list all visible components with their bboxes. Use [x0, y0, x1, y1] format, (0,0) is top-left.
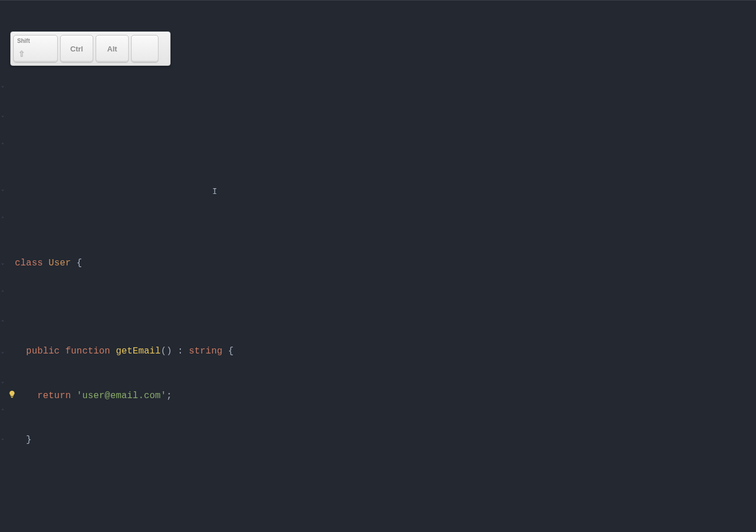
code-line[interactable]: class User { — [15, 256, 756, 271]
fold-icon[interactable]: ⌃ — [1, 216, 4, 222]
shift-arrow-icon: ⇧ — [18, 49, 25, 58]
text-cursor-icon: I — [212, 187, 217, 196]
fold-icon[interactable]: ⌄ — [1, 349, 4, 355]
fold-icon[interactable]: ⌃ — [1, 320, 4, 325]
code-area[interactable]: <?php class User { public function getEm… — [15, 5, 756, 532]
code-line[interactable] — [15, 478, 756, 493]
key-shift: Shift ⇧ — [13, 35, 58, 62]
code-line[interactable] — [15, 212, 756, 227]
fold-icon[interactable]: ⌄ — [1, 379, 4, 384]
code-editor[interactable]: ⌄ ⌄ ⌃ ⌄ ⌃ ⌄ ⌃ ⌃ ⌄ ⌄ ⌃ ⌃ <?php class User… — [0, 0, 756, 532]
code-line[interactable] — [15, 123, 756, 138]
fold-icon[interactable]: ⌄ — [1, 113, 4, 118]
code-line[interactable] — [15, 168, 756, 182]
key-alt: Alt — [96, 35, 129, 62]
shortcut-overlay: Shift ⇧ Ctrl Alt — [10, 31, 171, 66]
fold-icon[interactable]: ⌄ — [1, 83, 4, 89]
fold-icon[interactable]: ⌃ — [1, 408, 4, 414]
code-line[interactable]: public function getEmail() : string { — [15, 344, 756, 359]
code-line[interactable]: } — [15, 433, 756, 448]
code-line[interactable] — [15, 300, 756, 315]
code-line[interactable]: return 'user@email.com'; — [15, 389, 756, 404]
fold-icon[interactable]: ⌄ — [1, 260, 4, 266]
fold-icon[interactable]: ⌃ — [1, 290, 4, 296]
fold-icon[interactable]: ⌃ — [1, 438, 4, 444]
code-line[interactable] — [15, 79, 756, 94]
gutter: ⌄ ⌄ ⌃ ⌄ ⌃ ⌄ ⌃ ⌃ ⌄ ⌄ ⌃ ⌃ — [0, 5, 7, 520]
fold-icon[interactable]: ⌃ — [1, 142, 4, 148]
code-line[interactable] — [15, 522, 756, 532]
fold-icon[interactable]: ⌄ — [1, 186, 4, 192]
key-ctrl: Ctrl — [60, 35, 93, 62]
key-blank — [131, 35, 159, 62]
